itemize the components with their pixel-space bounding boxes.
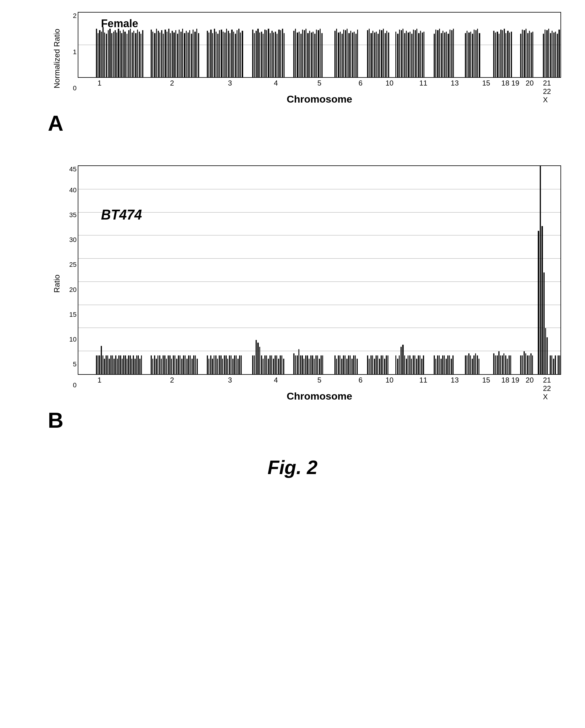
svg-rect-355	[377, 355, 378, 374]
svg-rect-137	[379, 30, 380, 77]
svg-rect-80	[252, 30, 253, 77]
svg-rect-187	[504, 29, 505, 77]
svg-rect-66	[219, 30, 220, 77]
svg-rect-201	[544, 30, 546, 77]
chart-b-xtick-4: 4	[274, 376, 278, 384]
svg-rect-420	[540, 166, 541, 374]
svg-rect-14	[114, 30, 116, 77]
svg-rect-206	[553, 33, 555, 77]
svg-rect-52	[188, 33, 189, 77]
svg-rect-178	[476, 30, 477, 77]
svg-rect-301	[257, 343, 259, 374]
section-b-label: B	[48, 408, 63, 432]
svg-rect-20	[125, 32, 126, 77]
svg-rect-405	[502, 355, 503, 374]
svg-rect-104	[302, 30, 303, 77]
svg-rect-239	[127, 359, 127, 374]
svg-rect-383	[441, 359, 442, 374]
svg-rect-424	[547, 337, 548, 374]
svg-rect-421	[541, 226, 543, 374]
svg-rect-38	[163, 34, 164, 77]
svg-rect-354	[376, 355, 377, 374]
svg-rect-83	[257, 29, 259, 77]
svg-rect-350	[369, 359, 370, 374]
svg-rect-343	[348, 355, 349, 374]
svg-rect-148	[404, 33, 405, 77]
svg-rect-227	[107, 355, 108, 374]
svg-rect-228	[109, 359, 110, 374]
chart-b-ytick-35: 35	[70, 211, 77, 219]
chart-b-ytick-20: 20	[70, 286, 77, 294]
svg-rect-394	[470, 355, 471, 374]
svg-rect-423	[545, 328, 546, 374]
svg-rect-60	[209, 33, 209, 77]
svg-rect-150	[408, 33, 409, 77]
svg-rect-230	[112, 355, 113, 374]
svg-rect-194	[524, 30, 525, 77]
svg-rect-325	[307, 355, 308, 374]
svg-rect-300	[256, 340, 257, 374]
svg-rect-402	[497, 355, 498, 374]
svg-rect-429	[558, 355, 559, 374]
svg-rect-250	[152, 359, 153, 374]
svg-rect-93	[275, 32, 276, 77]
svg-rect-99	[293, 31, 295, 77]
chart-b-ytick-45: 45	[70, 165, 77, 173]
svg-rect-293	[234, 355, 235, 374]
svg-rect-308	[269, 355, 271, 374]
svg-rect-353	[374, 359, 375, 374]
svg-rect-95	[278, 30, 280, 77]
svg-rect-153	[413, 30, 414, 77]
svg-rect-144	[397, 34, 399, 77]
svg-rect-128	[355, 34, 356, 77]
svg-rect-94	[277, 34, 277, 77]
svg-rect-255	[161, 359, 162, 374]
svg-rect-5	[99, 30, 101, 77]
svg-rect-302	[259, 347, 260, 374]
svg-rect-222	[99, 355, 100, 374]
svg-text:BT474: BT474	[101, 207, 142, 223]
svg-rect-152	[411, 34, 413, 77]
svg-rect-145	[399, 30, 400, 77]
svg-rect-109	[311, 33, 312, 77]
svg-rect-56	[194, 32, 196, 77]
chart-a-xtick-10: 10	[385, 79, 394, 87]
page-container: Normalized Ratio 0 1 2	[0, 0, 585, 728]
svg-rect-143	[395, 32, 396, 77]
svg-rect-243	[133, 355, 134, 374]
svg-rect-58	[198, 33, 199, 77]
svg-rect-404	[500, 355, 501, 374]
svg-rect-39	[164, 30, 166, 77]
svg-rect-15	[116, 33, 117, 77]
svg-rect-333	[321, 355, 322, 374]
svg-rect-96	[280, 30, 281, 77]
svg-rect-136	[377, 34, 379, 77]
svg-rect-134	[374, 33, 375, 77]
svg-rect-119	[340, 32, 341, 77]
svg-rect-251	[154, 355, 155, 374]
svg-rect-71	[228, 31, 229, 77]
svg-rect-98	[284, 33, 285, 77]
svg-rect-232	[115, 355, 116, 374]
svg-rect-427	[553, 359, 554, 374]
svg-rect-170	[451, 30, 453, 77]
svg-rect-65	[217, 34, 219, 77]
figure-label: Fig. 2	[24, 457, 561, 496]
svg-rect-181	[493, 31, 495, 77]
svg-rect-7	[103, 27, 104, 77]
chart-a-xtick-1: 1	[98, 79, 101, 87]
svg-rect-390	[453, 355, 454, 374]
svg-rect-67	[221, 30, 222, 77]
svg-rect-43	[172, 31, 173, 77]
svg-rect-318	[295, 355, 296, 374]
svg-rect-16	[118, 29, 119, 77]
svg-rect-375	[418, 355, 419, 374]
section-a-label: A	[48, 111, 63, 135]
svg-rect-111	[314, 34, 316, 77]
svg-rect-372	[413, 355, 414, 374]
chart-a-svg: Female	[78, 12, 561, 78]
svg-rect-35	[158, 31, 159, 77]
svg-rect-223	[101, 346, 102, 374]
svg-rect-261	[171, 359, 172, 374]
svg-rect-195	[526, 29, 526, 77]
